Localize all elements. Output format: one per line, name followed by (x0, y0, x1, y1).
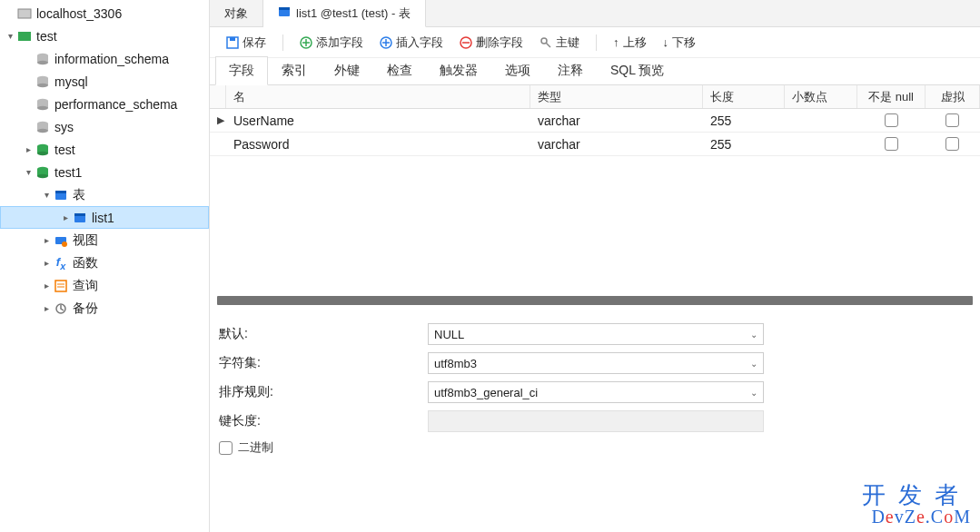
tree-item-information_schema[interactable]: information_schema (0, 47, 209, 70)
expand-arrow-icon[interactable]: ▾ (4, 31, 16, 41)
subtab-foreign-keys[interactable]: 外键 (321, 56, 373, 84)
connection-tree[interactable]: localhost_3306▾testinformation_schemamys… (0, 0, 210, 532)
subtab-fields[interactable]: 字段 (215, 56, 268, 85)
tree-label: 视图 (73, 232, 98, 249)
arrow-down-icon: ↓ (663, 35, 669, 49)
subtab-indexes[interactable]: 索引 (268, 56, 321, 84)
tree-item-备份[interactable]: ▸备份 (0, 297, 209, 320)
save-button[interactable]: 保存 (219, 32, 273, 54)
cell-decimals[interactable] (785, 142, 857, 147)
subtab-checks[interactable]: 检查 (373, 56, 426, 84)
cell-virtual[interactable] (926, 111, 980, 130)
col-notnull[interactable]: 不是 null (857, 85, 926, 108)
notnull-checkbox[interactable] (885, 113, 898, 127)
insert-icon (380, 36, 392, 49)
move-up-button[interactable]: ↑ 上移 (606, 32, 654, 54)
move-down-button[interactable]: ↓ 下移 (656, 32, 704, 54)
expand-arrow-icon[interactable]: ▾ (40, 190, 53, 200)
splitter-bar[interactable] (217, 296, 973, 305)
prop-keylen-label: 键长度: (219, 413, 428, 429)
designer-subtabs: 字段 索引 外键 检查 触发器 选项 注释 SQL 预览 (210, 58, 980, 85)
subtab-comment[interactable]: 注释 (544, 56, 597, 84)
prop-collation-label: 排序规则: (219, 384, 428, 400)
tree-item-test[interactable]: ▸test (0, 138, 209, 161)
tree-item-test[interactable]: ▾test (0, 25, 209, 47)
col-length[interactable]: 长度 (703, 85, 785, 108)
notnull-checkbox[interactable] (885, 137, 898, 151)
collation-select[interactable]: utf8mb3_general_ci ⌄ (428, 381, 764, 403)
binary-checkbox[interactable] (219, 441, 233, 455)
tree-label: list1 (92, 211, 114, 225)
tree-label: 备份 (73, 300, 98, 317)
backup-icon (53, 301, 69, 316)
tree-label: 函数 (73, 255, 98, 271)
tree-label: test1 (54, 165, 82, 180)
cell-name[interactable]: UserName (226, 111, 530, 131)
col-name[interactable]: 名 (226, 85, 530, 108)
svg-rect-33 (230, 37, 235, 41)
col-type[interactable]: 类型 (530, 85, 703, 108)
expand-arrow-icon[interactable]: ▸ (22, 144, 35, 154)
cell-notnull[interactable] (857, 111, 926, 130)
query-icon (53, 279, 69, 293)
charset-select[interactable]: utf8mb3 ⌄ (428, 352, 764, 374)
watermark: 开发者 DevZe.CoM (862, 483, 971, 527)
tree-item-sys[interactable]: sys (0, 115, 209, 138)
keylen-input[interactable] (428, 410, 764, 432)
cell-type[interactable]: varchar (530, 134, 703, 154)
expand-arrow-icon[interactable]: ▸ (40, 235, 53, 245)
tab-label: 对象 (224, 5, 248, 22)
expand-arrow-icon[interactable]: ▸ (40, 303, 53, 313)
tree-label: test (54, 143, 75, 157)
cell-length[interactable]: 255 (703, 134, 785, 154)
virtual-checkbox[interactable] (945, 113, 959, 127)
cell-name[interactable]: Password (226, 134, 530, 154)
cell-decimals[interactable] (785, 118, 857, 123)
tree-item-视图[interactable]: ▸视图 (0, 229, 209, 251)
cell-type[interactable]: varchar (530, 111, 703, 131)
add-field-button[interactable]: 添加字段 (292, 32, 371, 54)
expand-arrow-icon[interactable]: ▸ (59, 212, 72, 222)
expand-arrow-icon[interactable]: ▸ (40, 258, 53, 268)
tree-item-list1[interactable]: ▸list1 (0, 206, 209, 229)
tree-item-localhost_3306[interactable]: localhost_3306 (0, 2, 209, 25)
fields-grid[interactable]: 名 类型 长度 小数点 不是 null 虚拟 ▶UserNamevarchar2… (210, 85, 980, 292)
prop-charset-label: 字符集: (219, 355, 428, 371)
cell-length[interactable]: 255 (703, 111, 785, 131)
tab-table-editor[interactable]: list1 @test1 (test) - 表 (263, 0, 426, 27)
db-green-icon (35, 143, 51, 157)
tab-objects[interactable]: 对象 (210, 0, 263, 27)
subtab-triggers[interactable]: 触发器 (426, 56, 491, 84)
db-gray-icon (35, 97, 51, 112)
subtab-options[interactable]: 选项 (491, 56, 544, 84)
grid-empty-area[interactable] (210, 156, 980, 292)
tree-label: sys (54, 120, 74, 134)
tree-item-performance_schema[interactable]: performance_schema (0, 93, 209, 115)
svg-point-25 (62, 241, 67, 247)
col-virtual[interactable]: 虚拟 (926, 85, 980, 108)
default-select[interactable]: NULL ⌄ (428, 323, 764, 345)
cell-virtual[interactable] (926, 134, 980, 153)
expand-arrow-icon[interactable]: ▾ (22, 167, 35, 177)
tree-item-函数[interactable]: ▸fx函数 (0, 251, 209, 274)
field-row[interactable]: ▶UserNamevarchar255 (210, 109, 980, 133)
server-icon (16, 6, 33, 21)
tree-item-表[interactable]: ▾表 (0, 183, 209, 206)
grid-header: 名 类型 长度 小数点 不是 null 虚拟 (210, 85, 980, 109)
virtual-checkbox[interactable] (945, 137, 959, 151)
delete-field-button[interactable]: 删除字段 (452, 32, 530, 54)
svg-point-19 (37, 173, 48, 177)
col-decimals[interactable]: 小数点 (785, 85, 857, 108)
subtab-sql-preview[interactable]: SQL 预览 (597, 56, 678, 84)
primary-key-button[interactable]: 主键 (532, 32, 587, 54)
tree-item-test1[interactable]: ▾test1 (0, 161, 209, 183)
insert-field-button[interactable]: 插入字段 (372, 32, 450, 54)
expand-arrow-icon[interactable]: ▸ (40, 281, 53, 291)
tree-item-mysql[interactable]: mysql (0, 70, 209, 93)
field-row[interactable]: Passwordvarchar255 (210, 133, 980, 156)
save-icon (226, 36, 239, 49)
cell-notnull[interactable] (857, 134, 926, 153)
svg-rect-26 (55, 281, 66, 291)
tree-item-查询[interactable]: ▸查询 (0, 274, 209, 297)
svg-point-7 (37, 83, 48, 86)
